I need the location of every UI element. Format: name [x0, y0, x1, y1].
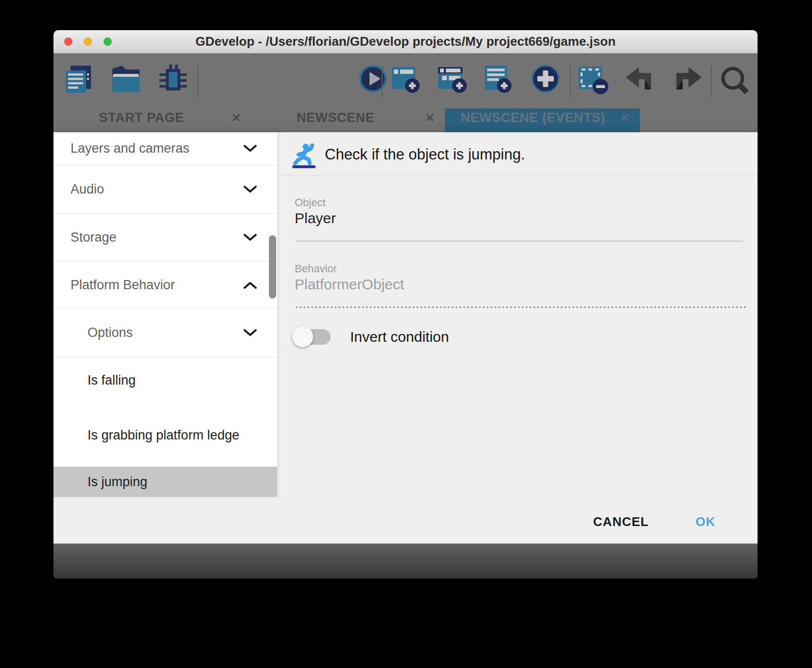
sidebar-item-is-jumping-selected[interactable]: Is jumping: [53, 467, 277, 497]
window-background-below-dialog: [53, 544, 758, 579]
sidebar-item-is-falling[interactable]: Is falling: [53, 357, 277, 404]
project-manager-icon: [64, 65, 93, 94]
project-manager-button[interactable]: [64, 65, 93, 94]
add-external-events-button[interactable]: [438, 65, 467, 94]
undo-button[interactable]: [626, 67, 655, 96]
debug-button[interactable]: [158, 65, 187, 94]
header-divider: [277, 175, 758, 176]
debug-icon: [158, 65, 189, 94]
add-scene-button[interactable]: [392, 65, 421, 94]
sidebar-item-layers-and-cameras[interactable]: Layers and cameras: [53, 132, 277, 165]
undo-icon: [626, 67, 655, 91]
play-icon: [358, 64, 388, 93]
object-field-label: Object: [295, 196, 326, 209]
chevron-down-icon: [243, 182, 257, 197]
add-external-events-icon: [438, 65, 468, 94]
add-external-layout-button[interactable]: [485, 65, 514, 94]
behavior-field-label: Behavior: [295, 263, 337, 275]
sidebar-scrollbar-thumb[interactable]: [269, 235, 276, 299]
toolbar-divider: [197, 66, 198, 98]
minimize-window-button[interactable]: [84, 37, 92, 46]
remove-scene-icon: [579, 65, 610, 95]
sidebar-item-audio[interactable]: Audio: [53, 165, 277, 214]
add-external-layout-icon: [485, 65, 514, 94]
close-tab-newscene-events-icon[interactable]: ×: [620, 108, 630, 127]
toolbar-divider: [382, 66, 383, 98]
toolbar-divider: [570, 66, 571, 98]
toolbar: [53, 53, 758, 102]
condition-editor-dialog: Layers and cameras Audio Storage Platfor…: [53, 132, 758, 544]
open-project-button[interactable]: [111, 65, 141, 94]
close-window-button[interactable]: [64, 37, 72, 46]
play-button[interactable]: [358, 64, 388, 93]
condition-list-sidebar: Layers and cameras Audio Storage Platfor…: [53, 132, 277, 497]
toggle-knob: [292, 326, 313, 347]
tab-newscene[interactable]: NEWSCENE: [297, 110, 374, 125]
sidebar-item-is-grabbing-platform-ledge[interactable]: Is grabbing platform ledge: [53, 404, 277, 467]
behavior-input: PlatformerObject: [295, 276, 404, 293]
behavior-field-underline: [296, 306, 746, 308]
titlebar: GDevelop - /Users/florian/GDevelop proje…: [53, 30, 758, 53]
add-extension-button[interactable]: [531, 64, 560, 93]
tab-start-page[interactable]: START PAGE: [99, 110, 184, 125]
sidebar-item-platform-behavior[interactable]: Platform Behavior: [53, 262, 277, 309]
search-button[interactable]: [720, 65, 749, 94]
object-input[interactable]: Player: [295, 210, 336, 227]
redo-icon: [672, 67, 702, 91]
sidebar-item-storage[interactable]: Storage: [53, 214, 277, 262]
platformer-runner-icon: [291, 143, 317, 171]
gdevelop-window: GDevelop - /Users/florian/GDevelop proje…: [53, 30, 758, 579]
toolbar-divider: [711, 66, 712, 98]
close-tab-newscene-icon[interactable]: ×: [425, 108, 435, 127]
remove-scene-button[interactable]: [579, 65, 608, 94]
window-title: GDevelop - /Users/florian/GDevelop proje…: [53, 30, 758, 53]
chevron-down-icon: [243, 230, 257, 245]
cancel-button[interactable]: CANCEL: [583, 514, 658, 529]
add-extension-icon: [531, 64, 560, 93]
redo-button[interactable]: [672, 67, 702, 96]
invert-condition-label: Invert condition: [350, 329, 449, 345]
chevron-down-icon: [243, 141, 257, 156]
ok-button[interactable]: OK: [688, 514, 723, 529]
object-field-underline: [296, 241, 743, 242]
dialog-title: Check if the object is jumping.: [325, 146, 525, 163]
tab-newscene-events-label[interactable]: NEWSCENE (EVENTS): [460, 110, 605, 125]
close-tab-start-page-icon[interactable]: ×: [231, 108, 241, 127]
search-icon: [720, 65, 751, 96]
sidebar-item-options[interactable]: Options: [53, 309, 277, 357]
tab-bar: START PAGE × NEWSCENE × NEWSCENE (EVENTS…: [53, 102, 758, 132]
open-project-icon: [111, 65, 141, 94]
add-scene-icon: [392, 65, 421, 94]
invert-condition-toggle[interactable]: [293, 329, 331, 345]
zoom-window-button[interactable]: [104, 37, 112, 46]
chevron-down-icon: [243, 325, 257, 340]
chevron-up-icon: [243, 278, 257, 293]
